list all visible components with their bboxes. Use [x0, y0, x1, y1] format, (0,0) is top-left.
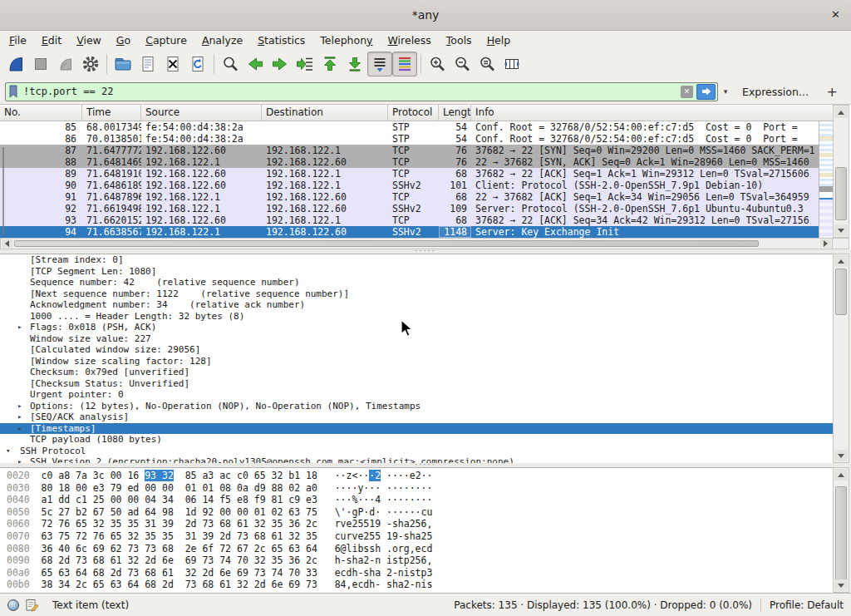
zoom-in-button[interactable] [425, 52, 450, 76]
column-header-protocol[interactable]: Protocol [388, 105, 439, 121]
collapsed-arrow-icon[interactable]: ▸ [17, 456, 22, 463]
colorize-button[interactable] [392, 52, 417, 76]
scroll-up-button[interactable] [834, 255, 848, 267]
menu-wireless[interactable]: Wireless [381, 32, 439, 48]
column-header-no[interactable]: No. [0, 105, 82, 121]
start-capture-button[interactable] [3, 52, 28, 76]
column-header-length[interactable]: Length [439, 105, 471, 121]
collapsed-arrow-icon[interactable]: ▸ [17, 401, 22, 412]
scroll-down-button[interactable] [834, 579, 848, 591]
packet-list-vscrollbar[interactable] [833, 105, 849, 238]
profile-label[interactable]: Profile: Default [770, 599, 844, 611]
detail-line[interactable]: [TCP Segment Len: 1080] [0, 266, 833, 278]
detail-line[interactable]: Checksum: 0x79ed [unverified] [0, 367, 833, 378]
column-header-destination[interactable]: Destination [262, 105, 388, 121]
bookmark-icon[interactable] [7, 84, 19, 99]
scroll-up-button[interactable] [834, 106, 848, 118]
go-forward-button[interactable] [268, 52, 293, 76]
packet-row-93[interactable]: 9371.662015274192.168.122.60192.168.122.… [0, 214, 819, 226]
hex-row-0060[interactable]: 0060 72 76 65 32 35 35 31 39 2d 73 68 61… [7, 518, 833, 530]
scroll-right-button[interactable] [820, 239, 831, 248]
hex-row-0040[interactable]: 0040 a1 dd c1 25 00 00 04 34 06 14 f5 e8… [7, 494, 833, 506]
packet-row-87[interactable]: 8771.647777234192.168.122.60192.168.122.… [0, 145, 819, 156]
detail-line[interactable]: TCP payload (1080 bytes) [0, 434, 833, 446]
packet-row-94[interactable]: 9471.663856741192.168.122.1192.168.122.6… [0, 226, 819, 238]
packet-row-85[interactable]: 8568.001734936fe:54:00:d4:38:2aSTP54Conf… [0, 121, 819, 133]
expert-info-icon[interactable] [7, 599, 19, 611]
detail-line[interactable]: Sequence number: 42 (relative sequence n… [0, 277, 833, 288]
go-to-bottom-button[interactable] [342, 52, 367, 76]
auto-scroll-button[interactable] [367, 52, 392, 76]
menu-tools[interactable]: Tools [439, 32, 480, 48]
packet-row-89[interactable]: 8971.648191037192.168.122.60192.168.122.… [0, 168, 819, 180]
packet-list-header[interactable]: No.TimeSourceDestinationProtocolLengthIn… [0, 105, 833, 121]
expanded-arrow-icon[interactable]: ▾ [6, 446, 10, 457]
collapsed-arrow-icon[interactable]: ▸ [17, 411, 22, 423]
detail-line[interactable]: [Window size scaling factor: 128] [0, 356, 833, 367]
menu-help[interactable]: Help [480, 32, 519, 48]
hex-row-00b0[interactable]: 00b0 38 34 2c 65 63 64 68 2d 73 68 61 32… [7, 579, 833, 591]
capture-options-button[interactable] [78, 52, 103, 76]
scrollbar-thumb[interactable] [835, 269, 847, 315]
go-to-top-button[interactable] [317, 52, 342, 76]
scroll-down-button[interactable] [834, 224, 848, 236]
menu-view[interactable]: View [69, 32, 109, 48]
hex-row-0080[interactable]: 0080 36 40 6c 69 62 73 73 68 2e 6f 72 67… [7, 543, 833, 555]
column-header-source[interactable]: Source [141, 105, 262, 121]
hex-vscrollbar[interactable] [833, 467, 849, 593]
packet-row-91[interactable]: 9171.648789678192.168.122.1192.168.122.6… [0, 191, 819, 203]
detail-line[interactable]: ▸SSH Version 2 (encryption:chacha20-poly… [0, 456, 833, 463]
detail-line[interactable]: [Next sequence number: 1122 (relative se… [0, 288, 833, 300]
add-filter-button[interactable]: + [827, 84, 838, 100]
packet-row-92[interactable]: 9271.661949820192.168.122.1192.168.122.6… [0, 203, 819, 214]
capture-comment-icon[interactable] [26, 599, 39, 612]
menu-go[interactable]: Go [109, 32, 138, 48]
collapsed-arrow-icon[interactable]: ▸ [17, 423, 22, 435]
scrollbar-thumb[interactable] [14, 240, 759, 247]
hex-row-00a0[interactable]: 00a0 65 63 64 68 2d 73 68 61 32 2d 6e 69… [7, 567, 833, 579]
detail-vscrollbar[interactable] [833, 254, 849, 463]
detail-line[interactable]: ▸[SEQ/ACK analysis] [0, 411, 833, 423]
hex-row-0030[interactable]: 0030 80 18 00 e3 79 ed 00 00 01 01 08 0a… [7, 482, 833, 495]
close-file-button[interactable] [160, 52, 185, 76]
menu-file[interactable]: File [2, 32, 34, 48]
save-file-button[interactable] [135, 52, 160, 76]
scroll-left-button[interactable] [2, 239, 12, 248]
zoom-100-button[interactable] [475, 52, 499, 76]
hex-row-0020[interactable]: 0020 c0 a8 7a 3c 00 16 93 32 85 a3 ac c0… [7, 470, 833, 482]
menu-analyze[interactable]: Analyze [194, 32, 250, 48]
reload-file-button[interactable] [185, 52, 210, 76]
title-bar[interactable]: *any ✕ [0, 0, 851, 31]
go-back-button[interactable] [243, 52, 268, 76]
menu-statistics[interactable]: Statistics [250, 32, 312, 48]
packet-row-90[interactable]: 9071.648618924192.168.122.60192.168.122.… [0, 180, 819, 191]
detail-line[interactable]: ▾SSH Protocol [0, 446, 833, 457]
detail-line[interactable]: Acknowledgment number: 34 (relative ack … [0, 299, 833, 311]
expression-button[interactable]: Expression… [742, 86, 809, 98]
stop-capture-button[interactable] [28, 52, 53, 76]
go-to-packet-button[interactable] [293, 52, 317, 76]
packet-list-hscrollbar[interactable] [0, 238, 833, 249]
column-header-info[interactable]: Info [471, 105, 833, 121]
collapsed-arrow-icon[interactable]: ▸ [17, 322, 22, 333]
menu-capture[interactable]: Capture [138, 32, 194, 48]
detail-line[interactable]: ▸[Timestamps] [0, 423, 833, 435]
filter-dropdown-caret[interactable]: ▾ [721, 87, 730, 96]
display-filter-input[interactable]: !tcp.port == 22 ✕ [5, 82, 718, 101]
scroll-up-button[interactable] [834, 469, 848, 480]
find-packet-button[interactable] [218, 52, 243, 76]
menu-telephony[interactable]: Telephony [312, 32, 380, 48]
restart-capture-button[interactable] [53, 52, 78, 76]
packet-row-86[interactable]: 8670.013850163fe:54:00:d4:38:2aSTP54Conf… [0, 133, 819, 145]
hex-row-0050[interactable]: 0050 5c 27 b2 67 50 ad 64 98 1d 92 00 00… [7, 506, 833, 519]
resize-columns-button[interactable] [499, 52, 524, 76]
scrollbar-thumb[interactable] [835, 167, 847, 220]
menu-edit[interactable]: Edit [34, 32, 69, 48]
close-button[interactable]: ✕ [831, 0, 840, 30]
column-header-time[interactable]: Time [82, 105, 141, 121]
detail-line[interactable]: Urgent pointer: 0 [0, 389, 833, 401]
hex-row-0090[interactable]: 0090 68 2d 73 68 61 32 2d 6e 69 73 74 70… [7, 554, 833, 567]
scrollbar-thumb[interactable] [835, 486, 847, 581]
filter-clear-button[interactable]: ✕ [681, 86, 693, 98]
hex-row-0070[interactable]: 0070 63 75 72 76 65 32 35 35 31 39 2d 73… [7, 530, 833, 543]
